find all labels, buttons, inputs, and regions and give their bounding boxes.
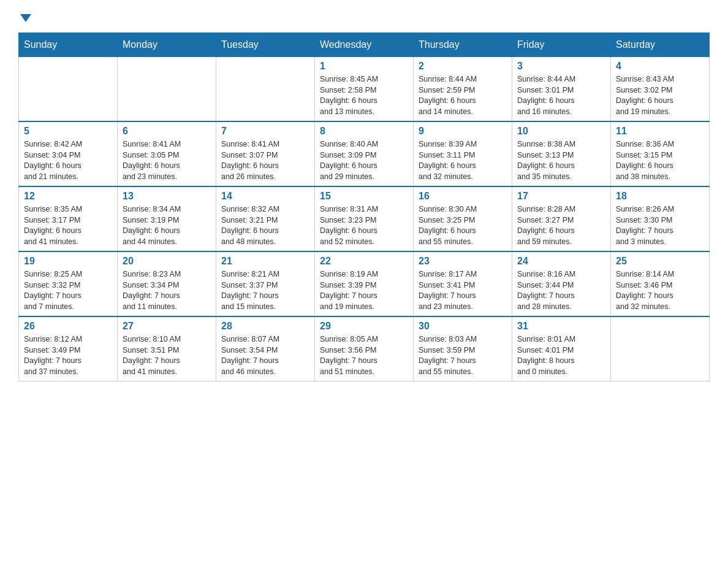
calendar-cell: 11Sunrise: 8:36 AM Sunset: 3:15 PM Dayli… [611, 121, 710, 186]
calendar-cell: 5Sunrise: 8:42 AM Sunset: 3:04 PM Daylig… [19, 121, 118, 186]
day-number: 6 [123, 126, 211, 137]
day-number: 9 [419, 126, 507, 137]
day-info: Sunrise: 8:38 AM Sunset: 3:13 PM Dayligh… [517, 139, 605, 182]
calendar-cell: 16Sunrise: 8:30 AM Sunset: 3:25 PM Dayli… [414, 186, 512, 251]
weekday-header-sunday: Sunday [19, 33, 118, 57]
calendar-cell: 22Sunrise: 8:19 AM Sunset: 3:39 PM Dayli… [315, 251, 414, 316]
day-info: Sunrise: 8:07 AM Sunset: 3:54 PM Dayligh… [221, 334, 309, 377]
day-info: Sunrise: 8:01 AM Sunset: 4:01 PM Dayligh… [517, 334, 605, 377]
calendar-cell: 13Sunrise: 8:34 AM Sunset: 3:19 PM Dayli… [118, 186, 216, 251]
day-info: Sunrise: 8:14 AM Sunset: 3:46 PM Dayligh… [616, 269, 704, 312]
day-info: Sunrise: 8:32 AM Sunset: 3:21 PM Dayligh… [221, 204, 309, 247]
day-number: 4 [616, 61, 704, 72]
calendar-cell: 15Sunrise: 8:31 AM Sunset: 3:23 PM Dayli… [315, 186, 414, 251]
day-number: 2 [419, 61, 507, 72]
day-number: 16 [419, 191, 507, 202]
day-number: 29 [320, 321, 408, 332]
calendar-header-row: SundayMondayTuesdayWednesdayThursdayFrid… [19, 33, 710, 57]
weekday-header-saturday: Saturday [611, 33, 710, 57]
calendar-cell: 1Sunrise: 8:45 AM Sunset: 2:58 PM Daylig… [315, 57, 414, 122]
day-info: Sunrise: 8:42 AM Sunset: 3:04 PM Dayligh… [24, 139, 112, 182]
day-info: Sunrise: 8:43 AM Sunset: 3:02 PM Dayligh… [616, 74, 704, 117]
day-info: Sunrise: 8:30 AM Sunset: 3:25 PM Dayligh… [419, 204, 507, 247]
calendar-table: SundayMondayTuesdayWednesdayThursdayFrid… [18, 33, 710, 381]
day-info: Sunrise: 8:44 AM Sunset: 3:01 PM Dayligh… [517, 74, 605, 117]
day-number: 11 [616, 126, 704, 137]
day-info: Sunrise: 8:41 AM Sunset: 3:07 PM Dayligh… [221, 139, 309, 182]
day-number: 10 [517, 126, 605, 137]
day-info: Sunrise: 8:39 AM Sunset: 3:11 PM Dayligh… [419, 139, 507, 182]
calendar-cell: 25Sunrise: 8:14 AM Sunset: 3:46 PM Dayli… [611, 251, 710, 316]
day-info: Sunrise: 8:35 AM Sunset: 3:17 PM Dayligh… [24, 204, 112, 247]
day-info: Sunrise: 8:23 AM Sunset: 3:34 PM Dayligh… [123, 269, 211, 312]
day-number: 18 [616, 191, 704, 202]
day-number: 25 [616, 256, 704, 267]
day-number: 26 [24, 321, 112, 332]
day-number: 23 [419, 256, 507, 267]
calendar-cell: 21Sunrise: 8:21 AM Sunset: 3:37 PM Dayli… [216, 251, 315, 316]
logo [18, 12, 31, 20]
day-info: Sunrise: 8:21 AM Sunset: 3:37 PM Dayligh… [221, 269, 309, 312]
day-number: 15 [320, 191, 408, 202]
calendar-cell: 31Sunrise: 8:01 AM Sunset: 4:01 PM Dayli… [512, 316, 611, 381]
calendar-week-5: 26Sunrise: 8:12 AM Sunset: 3:49 PM Dayli… [19, 316, 710, 381]
logo-triangle-icon [20, 14, 31, 22]
day-number: 27 [123, 321, 211, 332]
day-info: Sunrise: 8:03 AM Sunset: 3:59 PM Dayligh… [419, 334, 507, 377]
calendar-cell: 12Sunrise: 8:35 AM Sunset: 3:17 PM Dayli… [19, 186, 118, 251]
calendar-week-2: 5Sunrise: 8:42 AM Sunset: 3:04 PM Daylig… [19, 121, 710, 186]
calendar-cell: 6Sunrise: 8:41 AM Sunset: 3:05 PM Daylig… [118, 121, 216, 186]
day-number: 13 [123, 191, 211, 202]
day-info: Sunrise: 8:34 AM Sunset: 3:19 PM Dayligh… [123, 204, 211, 247]
day-info: Sunrise: 8:31 AM Sunset: 3:23 PM Dayligh… [320, 204, 408, 247]
day-number: 22 [320, 256, 408, 267]
calendar-cell: 3Sunrise: 8:44 AM Sunset: 3:01 PM Daylig… [512, 57, 611, 122]
day-info: Sunrise: 8:16 AM Sunset: 3:44 PM Dayligh… [517, 269, 605, 312]
day-info: Sunrise: 8:45 AM Sunset: 2:58 PM Dayligh… [320, 74, 408, 117]
calendar-cell: 7Sunrise: 8:41 AM Sunset: 3:07 PM Daylig… [216, 121, 315, 186]
day-info: Sunrise: 8:36 AM Sunset: 3:15 PM Dayligh… [616, 139, 704, 182]
calendar-cell: 4Sunrise: 8:43 AM Sunset: 3:02 PM Daylig… [611, 57, 710, 122]
day-number: 21 [221, 256, 309, 267]
weekday-header-friday: Friday [512, 33, 611, 57]
day-number: 30 [419, 321, 507, 332]
day-info: Sunrise: 8:19 AM Sunset: 3:39 PM Dayligh… [320, 269, 408, 312]
day-number: 7 [221, 126, 309, 137]
page-header [18, 12, 710, 20]
calendar-week-1: 1Sunrise: 8:45 AM Sunset: 2:58 PM Daylig… [19, 57, 710, 122]
calendar-cell: 8Sunrise: 8:40 AM Sunset: 3:09 PM Daylig… [315, 121, 414, 186]
day-info: Sunrise: 8:40 AM Sunset: 3:09 PM Dayligh… [320, 139, 408, 182]
day-number: 8 [320, 126, 408, 137]
day-info: Sunrise: 8:25 AM Sunset: 3:32 PM Dayligh… [24, 269, 112, 312]
calendar-cell: 29Sunrise: 8:05 AM Sunset: 3:56 PM Dayli… [315, 316, 414, 381]
weekday-header-thursday: Thursday [414, 33, 512, 57]
calendar-cell: 26Sunrise: 8:12 AM Sunset: 3:49 PM Dayli… [19, 316, 118, 381]
calendar-cell: 18Sunrise: 8:26 AM Sunset: 3:30 PM Dayli… [611, 186, 710, 251]
weekday-header-tuesday: Tuesday [216, 33, 315, 57]
calendar-cell [19, 57, 118, 122]
day-number: 5 [24, 126, 112, 137]
calendar-cell [216, 57, 315, 122]
day-info: Sunrise: 8:28 AM Sunset: 3:27 PM Dayligh… [517, 204, 605, 247]
calendar-cell: 27Sunrise: 8:10 AM Sunset: 3:51 PM Dayli… [118, 316, 216, 381]
calendar-cell: 10Sunrise: 8:38 AM Sunset: 3:13 PM Dayli… [512, 121, 611, 186]
day-info: Sunrise: 8:41 AM Sunset: 3:05 PM Dayligh… [123, 139, 211, 182]
logo-blue-row [18, 12, 31, 20]
day-number: 3 [517, 61, 605, 72]
day-info: Sunrise: 8:26 AM Sunset: 3:30 PM Dayligh… [616, 204, 704, 247]
calendar-cell: 19Sunrise: 8:25 AM Sunset: 3:32 PM Dayli… [19, 251, 118, 316]
day-number: 12 [24, 191, 112, 202]
calendar-cell: 23Sunrise: 8:17 AM Sunset: 3:41 PM Dayli… [414, 251, 512, 316]
day-info: Sunrise: 8:05 AM Sunset: 3:56 PM Dayligh… [320, 334, 408, 377]
day-number: 1 [320, 61, 408, 72]
calendar-cell: 14Sunrise: 8:32 AM Sunset: 3:21 PM Dayli… [216, 186, 315, 251]
calendar-cell: 9Sunrise: 8:39 AM Sunset: 3:11 PM Daylig… [414, 121, 512, 186]
calendar-cell: 17Sunrise: 8:28 AM Sunset: 3:27 PM Dayli… [512, 186, 611, 251]
weekday-header-monday: Monday [118, 33, 216, 57]
calendar-cell: 30Sunrise: 8:03 AM Sunset: 3:59 PM Dayli… [414, 316, 512, 381]
day-number: 28 [221, 321, 309, 332]
calendar-cell: 24Sunrise: 8:16 AM Sunset: 3:44 PM Dayli… [512, 251, 611, 316]
calendar-cell: 20Sunrise: 8:23 AM Sunset: 3:34 PM Dayli… [118, 251, 216, 316]
day-number: 14 [221, 191, 309, 202]
day-info: Sunrise: 8:17 AM Sunset: 3:41 PM Dayligh… [419, 269, 507, 312]
